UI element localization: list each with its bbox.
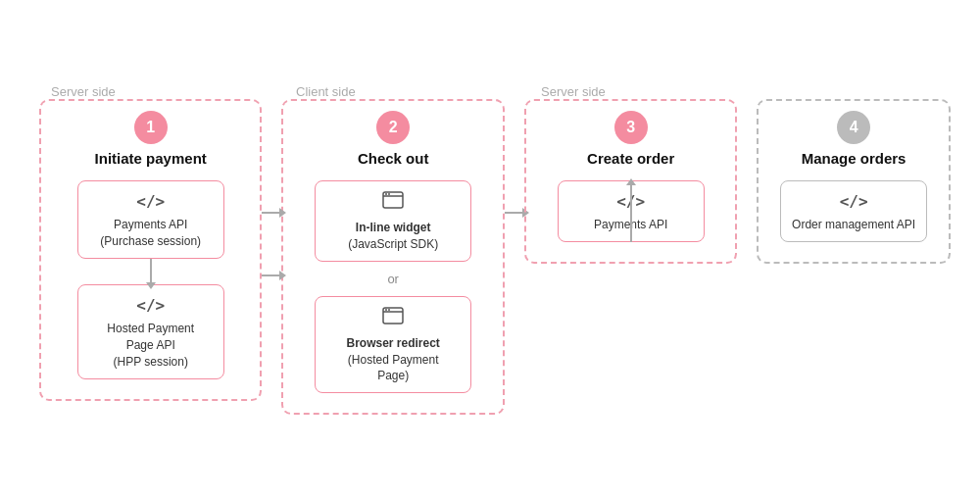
section-client: 2 Check out In-line widget(JavaScript SD…	[281, 99, 504, 415]
code-icon-4: </>	[791, 191, 916, 213]
widget-icon-1	[325, 191, 461, 216]
step-badge-4: 4	[837, 111, 870, 144]
widget-icon-2	[325, 307, 461, 331]
arrow-right-bottom	[262, 274, 281, 276]
code-icon-1: </>	[88, 191, 214, 213]
step-title-1: Initiate payment	[95, 150, 207, 167]
section-label-client: Client side	[284, 84, 510, 99]
section-server2: 3 Create order </> Payments API	[524, 99, 738, 264]
browser-redirect-box: Browser redirect(Hosted PaymentPage)	[315, 296, 471, 394]
code-icon-2: </>	[88, 295, 214, 317]
arrow-right-mid	[505, 212, 524, 214]
inline-widget-box: In-line widget(JavaScript SDK)	[315, 180, 471, 262]
section-manage: 4 Manage orders </> Order management API	[757, 99, 951, 264]
svg-point-7	[388, 309, 390, 311]
feedback-arrow	[630, 183, 632, 242]
section-label-server1: Server side	[39, 84, 265, 99]
arrow-right-top	[262, 212, 281, 214]
step-title-2: Check out	[358, 150, 429, 167]
browser-redirect-label: Browser redirect(Hosted PaymentPage)	[346, 336, 439, 383]
diagram: Server side Client side Server side 1 In…	[20, 75, 960, 424]
step-title-4: Manage orders	[802, 150, 906, 167]
hpp-api-box: </> Hosted PaymentPage API(HPP session)	[77, 284, 224, 379]
step-badge-1: 1	[134, 111, 168, 144]
arrow-down-1	[150, 259, 152, 284]
section-label-server2: Server side	[529, 84, 745, 99]
svg-point-6	[385, 309, 387, 311]
or-label: or	[387, 272, 399, 286]
step-badge-3: 3	[614, 111, 648, 144]
inline-widget-label: In-line widget(JavaScript SDK)	[348, 221, 438, 251]
payments-api-purchase-box: </> Payments API(Purchase session)	[77, 180, 224, 259]
payments-api-label: Payments API(Purchase session)	[100, 218, 201, 248]
order-mgmt-label: Order management API	[792, 218, 915, 231]
order-mgmt-box: </> Order management API	[780, 180, 927, 242]
hpp-api-label: Hosted PaymentPage API(HPP session)	[107, 322, 194, 369]
svg-point-2	[385, 193, 387, 195]
svg-point-3	[388, 193, 390, 195]
section-server1: 1 Initiate payment </> Payments API(Purc…	[39, 99, 262, 401]
step-title-3: Create order	[587, 150, 674, 167]
step-badge-2: 2	[376, 111, 410, 144]
